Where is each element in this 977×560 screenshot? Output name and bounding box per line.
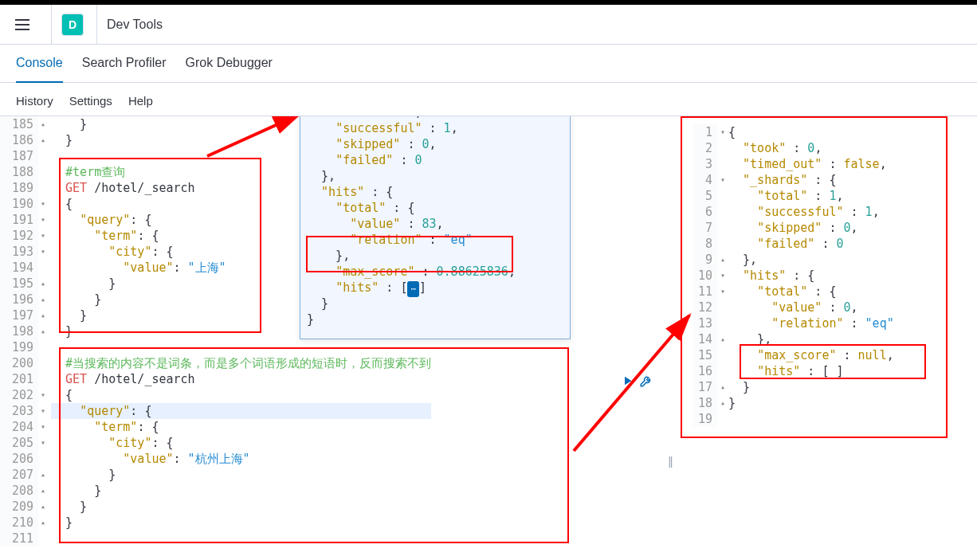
response-code[interactable]: { "took" : 0, "timed_out" : false, "_sha… (728, 124, 894, 427)
tab-search-profiler[interactable]: Search Profiler (82, 45, 167, 83)
workspace: 1851861871881891901911921931941951961971… (0, 116, 977, 560)
fold-gutter: ▴▴▾▾▾▾▴▴▴▴▾▾▾▾▴▴▴▴ (38, 116, 48, 546)
main-tabs: Console Search Profiler Grok Debugger (0, 45, 977, 83)
response-panel: 12345678910111213141516171819 ▾▾▴▾▾▴▴▴ {… (693, 124, 948, 427)
response-popup: R "took" : 0, "timed_out" : false, "_sha… (300, 116, 571, 339)
menu-icon[interactable] (10, 12, 35, 37)
splitter-handle[interactable]: ‖ (668, 455, 673, 468)
response-json: "took" : 0, "timed_out" : false, "_shard… (307, 116, 563, 327)
app-title: Dev Tools (107, 18, 163, 32)
line-gutter: 1851861871881891901911921931941951961971… (0, 116, 38, 546)
request-actions (620, 374, 653, 388)
response-gutter: 12345678910111213141516171819 (693, 124, 717, 427)
app-header: D Dev Tools (0, 5, 977, 45)
subtab-settings[interactable]: Settings (69, 94, 112, 108)
play-icon[interactable] (620, 374, 634, 388)
tab-grok-debugger[interactable]: Grok Debugger (186, 45, 273, 83)
console-subtabs: History Settings Help (0, 83, 977, 116)
app-icon[interactable]: D (61, 14, 84, 36)
subtab-history[interactable]: History (16, 94, 53, 108)
response-fold: ▾▾▴▾▾▴▴▴ (717, 124, 728, 427)
divider (51, 5, 52, 45)
tab-console[interactable]: Console (16, 45, 63, 83)
wrench-icon[interactable] (639, 374, 653, 388)
divider (96, 5, 97, 45)
subtab-help[interactable]: Help (128, 94, 153, 108)
